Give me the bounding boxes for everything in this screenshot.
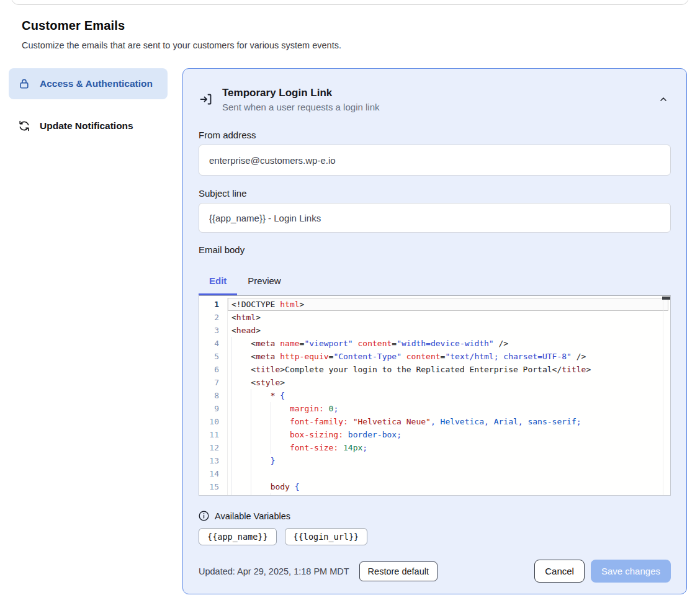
indent-guide [231,415,232,428]
page-header: Customer Emails Customize the emails tha… [22,19,580,50]
subject-line-label: Subject line [199,188,671,199]
indent-guide [251,402,251,415]
code-line[interactable]: 15 body { [199,480,670,493]
indent-guide [231,493,232,496]
code-line[interactable]: 4 <meta name="viewport" content="width=d… [199,337,670,350]
login-icon [199,92,213,107]
code-line[interactable]: 3<head> [199,324,670,337]
code-line[interactable]: 9 margin: 0; [199,402,670,415]
sidebar-item-update-notifications[interactable]: Update Notifications [9,110,168,141]
indent-guide [231,480,232,493]
code-line-content [228,467,670,480]
tab-preview[interactable]: Preview [237,270,291,295]
temporary-login-link-card: Temporary Login Link Sent when a user re… [182,68,687,594]
code-line[interactable]: 12 font-size: 14px; [199,441,670,454]
subject-line-input[interactable] [199,203,671,233]
line-number: 5 [199,350,228,363]
variable-chip[interactable]: {{login_url}} [285,528,368,545]
sidebar-item-label: Update Notifications [40,118,133,133]
code-line-content: <meta name="viewport" content="width=dev… [228,337,670,350]
lock-icon [18,78,30,90]
code-line[interactable]: 8 * { [199,389,670,402]
code-line[interactable]: 2<html> [199,311,670,324]
code-line-content: <style> [228,376,670,389]
code-line-content: body { [228,480,670,493]
code-line-content: margin: 0; [228,402,670,415]
code-line-content: background-color: #f8f8f8; [228,493,670,496]
updated-timestamp: Updated: Apr 29, 2025, 1:18 PM MDT [199,566,349,576]
code-line-content: <title>Complete your login to the Replic… [228,363,670,376]
editor-scrollbar-thumb[interactable] [662,297,670,300]
indent-guide [231,454,232,467]
code-line[interactable]: 10 font-family: "Helvetica Neue", Helvet… [199,415,670,428]
available-variables-label: Available Variables [215,511,290,521]
code-line-content: <!DOCTYPE html> [228,298,668,311]
line-number: 16 [199,493,228,496]
indent-guide [251,493,251,496]
indent-guide [231,376,232,389]
page-title: Customer Emails [22,19,580,33]
code-line-content: font-size: 14px; [228,441,670,454]
indent-guide [251,415,251,428]
code-line[interactable]: 5 <meta http-equiv="Content-Type" conten… [199,350,670,363]
indent-guide [231,467,232,480]
cancel-button[interactable]: Cancel [534,560,585,583]
restore-default-button[interactable]: Restore default [359,561,437,581]
line-number: 11 [199,428,228,441]
code-line[interactable]: 13 } [199,454,670,467]
line-number: 10 [199,415,228,428]
collapse-card-button[interactable] [656,92,671,107]
code-line-content: <html> [228,311,670,324]
card-subtitle: Sent when a user requests a login link [222,102,379,112]
indent-guide [231,350,232,363]
code-line[interactable]: 7 <style> [199,376,670,389]
sidebar-item-label: Access & Authentication [40,76,153,91]
indent-guide [231,337,232,350]
line-number: 13 [199,454,228,467]
indent-guide [231,441,232,454]
code-line[interactable]: 14 [199,467,670,480]
editor-scrollbar-track[interactable] [663,296,663,495]
indent-guide [231,363,232,376]
previous-section-panel-edge [11,0,689,5]
code-line[interactable]: 16 background-color: #f8f8f8; [199,493,670,496]
code-line[interactable]: 1<!DOCTYPE html> [199,298,670,311]
variable-chip[interactable]: {{app_name}} [199,528,277,545]
from-address-input[interactable] [199,145,671,176]
line-number: 4 [199,337,228,350]
indent-guide [251,428,251,441]
available-variables-header: Available Variables [199,511,671,521]
line-number: 14 [199,467,228,480]
sidebar-item-access-authentication[interactable]: Access & Authentication [9,68,168,99]
line-number: 7 [199,376,228,389]
card-footer: Updated: Apr 29, 2025, 1:18 PM MDT Resto… [199,560,671,583]
variable-chips: {{app_name}}{{login_url}} [199,528,671,545]
indent-guide [251,389,251,402]
card-title: Temporary Login Link [222,87,379,99]
indent-guide [271,415,271,428]
code-editor[interactable]: 1<!DOCTYPE html>2<html>3<head>4 <meta na… [199,295,671,496]
indent-guide [251,454,251,467]
indent-guide [251,480,251,493]
email-types-sidebar: Access & Authentication Update Notificat… [9,68,168,141]
chevron-up-icon [658,94,668,104]
code-line[interactable]: 11 box-sizing: border-box; [199,428,670,441]
indent-guide [251,441,251,454]
indent-guide [271,441,271,454]
line-number: 2 [199,311,228,324]
code-line-content: box-sizing: border-box; [228,428,670,441]
from-address-label: From address [199,130,671,140]
line-number: 6 [199,363,228,376]
code-line-content: * { [228,389,670,402]
line-number: 15 [199,480,228,493]
save-changes-button[interactable]: Save changes [591,560,671,583]
line-number: 8 [199,389,228,402]
indent-guide [271,493,271,496]
code-line-content: <meta http-equiv="Content-Type" content=… [228,350,670,363]
code-line-content: font-family: "Helvetica Neue", Helvetica… [228,415,670,428]
refresh-icon [18,120,30,132]
email-body-label: Email body [199,244,671,255]
tab-edit[interactable]: Edit [199,270,237,295]
email-body-tabs: Edit Preview [199,270,671,295]
code-line[interactable]: 6 <title>Complete your login to the Repl… [199,363,670,376]
